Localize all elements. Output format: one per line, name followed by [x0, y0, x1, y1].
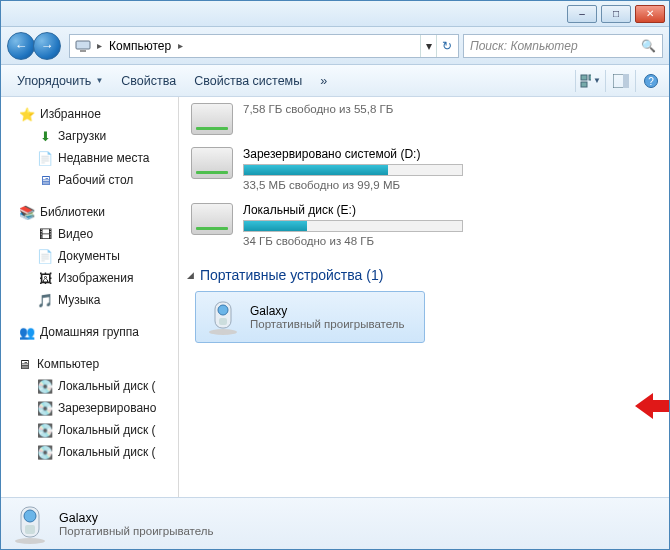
back-button[interactable]: ←	[7, 32, 35, 60]
device-subtitle: Портативный проигрыватель	[250, 318, 404, 330]
sidebar-item-label: Видео	[58, 227, 93, 241]
search-input[interactable]: Поиск: Компьютер 🔍	[463, 34, 663, 58]
sidebar-item-drive[interactable]: 💽 Локальный диск (	[1, 441, 178, 463]
device-galaxy[interactable]: Galaxy Портативный проигрыватель	[195, 291, 425, 343]
forward-button[interactable]: →	[33, 32, 61, 60]
search-placeholder: Поиск: Компьютер	[470, 39, 578, 53]
sidebar-libraries-label: Библиотеки	[40, 205, 105, 219]
organize-button[interactable]: Упорядочить ▼	[9, 70, 111, 92]
sidebar-item-label: Локальный диск (	[58, 445, 156, 459]
document-icon: 📄	[37, 248, 53, 264]
portable-devices-section[interactable]: ◢ Портативные устройства (1)	[179, 253, 669, 289]
svg-rect-17	[25, 525, 35, 534]
computer-icon	[75, 38, 91, 54]
sidebar-item-label: Изображения	[58, 271, 133, 285]
maximize-button[interactable]: □	[601, 5, 631, 23]
minimize-button[interactable]: –	[567, 5, 597, 23]
sidebar: ⭐ Избранное ⬇ Загрузки 📄 Недавние места …	[1, 97, 179, 497]
drive-free-text: 34 ГБ свободно из 48 ГБ	[243, 235, 543, 247]
svg-point-14	[15, 538, 45, 544]
section-title: Портативные устройства (1)	[200, 267, 383, 283]
sidebar-item-documents[interactable]: 📄 Документы	[1, 245, 178, 267]
preview-pane-button[interactable]	[605, 70, 631, 92]
organize-label: Упорядочить	[17, 74, 91, 88]
hard-drive-icon	[191, 103, 233, 135]
properties-button[interactable]: Свойства	[113, 70, 184, 92]
recent-icon: 📄	[37, 150, 53, 166]
sidebar-item-recent[interactable]: 📄 Недавние места	[1, 147, 178, 169]
svg-rect-12	[219, 318, 227, 325]
nav-buttons: ← →	[7, 31, 65, 61]
status-bar: Galaxy Портативный проигрыватель	[1, 497, 669, 549]
svg-rect-3	[589, 75, 591, 80]
portable-player-icon	[11, 503, 49, 545]
address-dropdown[interactable]: ▾	[420, 35, 436, 57]
drive-free-text: 7,58 ГБ свободно из 55,8 ГБ	[243, 103, 543, 115]
sidebar-item-label: Рабочий стол	[58, 173, 133, 187]
drive-icon: 💽	[37, 378, 53, 394]
svg-rect-6	[623, 74, 629, 88]
desktop-icon: 🖥	[37, 172, 53, 188]
sidebar-item-label: Локальный диск (	[58, 423, 156, 437]
sidebar-item-desktop[interactable]: 🖥 Рабочий стол	[1, 169, 178, 191]
svg-rect-1	[80, 50, 86, 52]
svg-point-11	[218, 305, 228, 315]
titlebar: – □ ✕	[1, 1, 669, 27]
star-icon: ⭐	[19, 106, 35, 122]
sidebar-computer[interactable]: 🖥 Компьютер	[1, 353, 178, 375]
navbar: ← → ▸ Компьютер ▸ ▾ ↻ Поиск: Компьютер 🔍	[1, 27, 669, 65]
sidebar-favorites-label: Избранное	[40, 107, 101, 121]
video-icon: 🎞	[37, 226, 53, 242]
drive-icon: 💽	[37, 444, 53, 460]
music-icon: 🎵	[37, 292, 53, 308]
sidebar-item-drive[interactable]: 💽 Локальный диск (	[1, 419, 178, 441]
sidebar-item-videos[interactable]: 🎞 Видео	[1, 223, 178, 245]
sidebar-item-music[interactable]: 🎵 Музыка	[1, 289, 178, 311]
chevron-down-icon: ▼	[95, 76, 103, 85]
chevron-right-icon: ▸	[175, 40, 186, 51]
view-options-button[interactable]: ▼	[575, 70, 601, 92]
hard-drive-icon	[191, 203, 233, 235]
sidebar-homegroup[interactable]: 👥 Домашняя группа	[1, 321, 178, 343]
help-button[interactable]: ?	[635, 70, 661, 92]
chevron-right-icon: ▸	[94, 40, 105, 51]
sidebar-item-drive[interactable]: 💽 Зарезервировано	[1, 397, 178, 419]
drive-free-text: 33,5 МБ свободно из 99,9 МБ	[243, 179, 543, 191]
toolbar-overflow[interactable]: »	[312, 70, 335, 92]
sidebar-item-label: Музыка	[58, 293, 100, 307]
sidebar-libraries[interactable]: 📚 Библиотеки	[1, 201, 178, 223]
explorer-window: – □ ✕ ← → ▸ Компьютер ▸ ▾ ↻ Поиск: Компь…	[0, 0, 670, 550]
sidebar-item-pictures[interactable]: 🖼 Изображения	[1, 267, 178, 289]
breadcrumb-computer[interactable]: Компьютер	[105, 39, 175, 53]
homegroup-icon: 👥	[19, 324, 35, 340]
toolbar: Упорядочить ▼ Свойства Свойства системы …	[1, 65, 669, 97]
drive-item[interactable]: Локальный диск (E:) 34 ГБ свободно из 48…	[179, 197, 669, 253]
system-properties-button[interactable]: Свойства системы	[186, 70, 310, 92]
drive-name: Зарезервировано системой (D:)	[243, 147, 543, 161]
drive-item[interactable]: 7,58 ГБ свободно из 55,8 ГБ	[179, 97, 669, 141]
close-button[interactable]: ✕	[635, 5, 665, 23]
status-subtitle: Портативный проигрыватель	[59, 525, 213, 537]
drive-name: Локальный диск (E:)	[243, 203, 543, 217]
refresh-button[interactable]: ↻	[436, 35, 456, 57]
svg-rect-2	[581, 75, 587, 80]
svg-text:?: ?	[648, 76, 654, 87]
svg-rect-0	[76, 41, 90, 49]
sidebar-item-label: Документы	[58, 249, 120, 263]
sidebar-item-drive[interactable]: 💽 Локальный диск (	[1, 375, 178, 397]
sidebar-favorites[interactable]: ⭐ Избранное	[1, 103, 178, 125]
body: ⭐ Избранное ⬇ Загрузки 📄 Недавние места …	[1, 97, 669, 497]
address-bar[interactable]: ▸ Компьютер ▸ ▾ ↻	[69, 34, 459, 58]
drive-icon: 💽	[37, 400, 53, 416]
sidebar-homegroup-label: Домашняя группа	[40, 325, 139, 339]
svg-point-9	[209, 329, 237, 335]
hard-drive-icon	[191, 147, 233, 179]
picture-icon: 🖼	[37, 270, 53, 286]
portable-player-icon	[206, 298, 240, 336]
sidebar-item-downloads[interactable]: ⬇ Загрузки	[1, 125, 178, 147]
content-pane: 7,58 ГБ свободно из 55,8 ГБ Зарезервиров…	[179, 97, 669, 497]
search-icon: 🔍	[641, 39, 656, 53]
drive-item[interactable]: Зарезервировано системой (D:) 33,5 МБ св…	[179, 141, 669, 197]
computer-icon: 🖥	[16, 356, 32, 372]
sidebar-item-label: Недавние места	[58, 151, 149, 165]
